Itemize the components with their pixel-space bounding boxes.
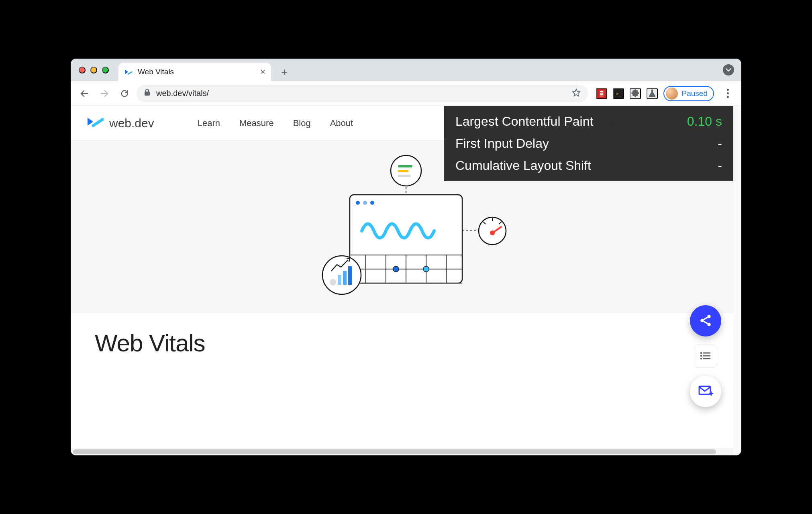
tab-strip: Web Vitals × + [71,59,741,81]
brand-text: web.dev [109,116,154,130]
nav-learn[interactable]: Learn [198,118,220,128]
share-fab[interactable] [690,305,721,337]
forward-button[interactable] [96,86,112,102]
list-icon [700,352,711,361]
svg-point-40 [707,322,711,326]
bookmark-star-button[interactable] [572,88,581,98]
back-button[interactable] [76,86,92,102]
metric-label: First Input Delay [455,136,549,151]
window-close-button[interactable] [79,67,86,73]
window-fullscreen-button[interactable] [102,67,109,73]
svg-point-39 [700,318,704,322]
svg-point-19 [393,266,399,272]
web-vitals-overlay: Largest Contentful Paint 0.10 s First In… [444,106,733,181]
svg-point-41 [700,352,702,353]
site-brand[interactable]: web.dev [87,115,154,131]
svg-point-38 [707,314,711,318]
metric-value: 0.10 s [687,114,722,129]
svg-point-45 [700,357,702,359]
close-tab-button[interactable]: × [260,67,265,76]
tab-title: Web Vitals [138,67,255,76]
labs-flask-icon[interactable] [647,88,658,99]
window-minimize-button[interactable] [90,67,97,73]
metric-row-cls: Cumulative Layout Shift - [455,158,722,173]
svg-rect-46 [703,358,710,359]
svg-point-10 [370,201,374,205]
metric-row-lcp: Largest Contentful Paint 0.10 s [455,114,722,129]
metric-row-fid: First Input Delay - [455,136,722,151]
svg-rect-42 [703,352,710,353]
reload-button[interactable] [116,86,133,102]
svg-rect-4 [600,94,603,95]
profile-status-label: Paused [682,89,708,98]
window-controls [76,59,118,81]
fab-group [690,305,721,407]
metric-label: Cumulative Layout Shift [455,158,591,173]
svg-rect-35 [338,275,341,285]
browser-window: Web Vitals × + web.dev/vitals/ [71,59,741,455]
subscribe-fab[interactable] [690,376,721,407]
metric-value: - [718,158,722,173]
svg-point-43 [700,355,702,356]
svg-point-8 [356,201,360,205]
tab-overflow-button[interactable] [723,64,734,75]
svg-rect-31 [398,170,408,172]
extensions-row: >_ Paused [596,86,736,102]
page-viewport: web.dev Learn Measure Blog About Search … [71,106,741,455]
lock-icon [144,88,151,98]
svg-text:>_: >_ [616,91,622,96]
svg-rect-2 [600,91,603,92]
svg-rect-32 [398,175,411,177]
profile-chip[interactable]: Paused [663,86,714,101]
horizontal-scrollbar[interactable] [71,448,733,455]
metric-label: Largest Contentful Paint [455,114,593,129]
url-text: web.dev/vitals/ [156,89,566,98]
svg-rect-36 [343,271,347,285]
metric-value: - [718,136,722,151]
share-icon [699,314,712,328]
vertical-scrollbar[interactable] [733,106,741,455]
nav-measure[interactable]: Measure [239,118,274,128]
svg-rect-30 [398,165,412,167]
new-tab-button[interactable]: + [277,64,292,80]
svg-rect-0 [145,92,150,96]
extensions-puzzle-icon[interactable] [630,88,641,99]
page-content: Web Vitals [71,313,741,389]
vertical-scrollbar-thumb[interactable] [734,110,740,158]
extension-1-icon[interactable] [596,88,607,99]
avatar-icon [666,88,678,100]
mail-plus-icon [698,385,714,399]
svg-rect-44 [703,355,710,356]
svg-point-9 [363,201,367,205]
svg-rect-3 [600,93,603,94]
browser-menu-button[interactable] [720,86,736,102]
nav-about[interactable]: About [330,118,353,128]
browser-toolbar: web.dev/vitals/ >_ Paused [71,81,741,106]
toc-button[interactable] [694,345,717,368]
svg-rect-37 [348,266,352,285]
page-heading: Web Vitals [95,329,717,357]
webdev-logo-icon [87,115,104,131]
horizontal-scrollbar-thumb[interactable] [73,449,716,454]
nav-blog[interactable]: Blog [293,118,311,128]
svg-point-33 [322,256,361,294]
svg-point-34 [330,279,336,286]
webdev-favicon-icon [124,67,133,76]
svg-point-20 [423,266,429,272]
browser-tab-active[interactable]: Web Vitals × [118,63,271,81]
address-bar[interactable]: web.dev/vitals/ [137,85,588,102]
extension-2-icon[interactable]: >_ [613,88,624,99]
